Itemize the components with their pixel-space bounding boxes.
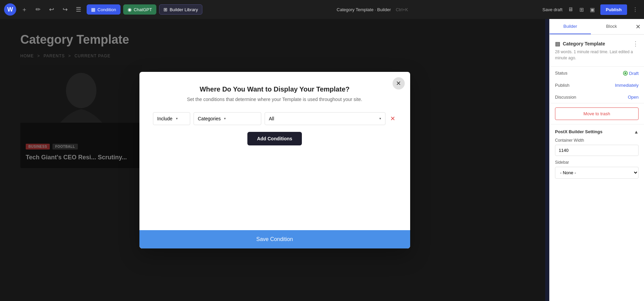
discussion-label: Discussion bbox=[555, 95, 576, 100]
template-name: Category Template bbox=[563, 41, 605, 46]
publish-label: Publish bbox=[555, 83, 570, 88]
modal-close-button[interactable]: ✕ bbox=[393, 77, 405, 89]
modal-title: Where Do You Want to Display Your Templa… bbox=[153, 85, 397, 93]
discussion-value[interactable]: Open bbox=[628, 95, 639, 100]
condition-icon: ▦ bbox=[91, 7, 95, 12]
main-area: Category Template HOME > PARENTS > CURRE… bbox=[0, 19, 644, 301]
edit-pencil-button[interactable]: ✏ bbox=[32, 4, 43, 15]
save-condition-button[interactable]: Save Condition bbox=[139, 230, 410, 248]
status-text: Draft bbox=[629, 71, 639, 76]
template-meta: 28 words. 1 minute read time. Last edite… bbox=[555, 49, 639, 61]
publish-button[interactable]: Publish bbox=[600, 4, 627, 15]
status-circle: Draft bbox=[623, 71, 639, 76]
move-to-trash-button[interactable]: Move to trash bbox=[555, 107, 639, 120]
publish-value[interactable]: Immediately bbox=[615, 83, 639, 88]
status-value: Draft bbox=[623, 70, 639, 76]
chatgpt-icon: ◉ bbox=[128, 7, 132, 12]
condition-pill[interactable]: ▦ Condition bbox=[87, 4, 120, 15]
template-doc-icon: ▤ bbox=[555, 41, 560, 47]
categories-chevron-icon: ▾ bbox=[224, 117, 226, 120]
add-block-button[interactable]: ＋ bbox=[19, 4, 30, 15]
add-conditions-button[interactable]: Add Conditions bbox=[247, 132, 302, 145]
status-label: Status bbox=[555, 71, 568, 76]
all-dropdown[interactable]: All ▾ bbox=[265, 112, 385, 125]
condition-row: Include ▾ Categories ▾ All ▾ ✕ bbox=[153, 112, 397, 125]
condition-modal: ✕ Where Do You Want to Display Your Temp… bbox=[139, 72, 410, 248]
include-dropdown[interactable]: Include ▾ bbox=[153, 112, 190, 125]
modal-body: Where Do You Want to Display Your Templa… bbox=[139, 72, 410, 230]
postx-collapse-button[interactable]: ▲ bbox=[634, 129, 639, 135]
more-options-button[interactable]: ⋮ bbox=[630, 5, 640, 14]
tab-block[interactable]: Block bbox=[591, 19, 632, 34]
postx-section-title: PostX Builder Settings bbox=[555, 129, 602, 134]
view-icons: 🖥 ⊞ ▣ bbox=[566, 5, 597, 14]
page-title-center: Category Template · Builder Ctrl+K bbox=[205, 7, 540, 12]
template-title-row: ▤ Category Template ⋮ bbox=[555, 40, 639, 47]
include-label: Include bbox=[157, 116, 173, 121]
save-draft-button[interactable]: Save draft bbox=[542, 7, 562, 12]
status-dot-inner bbox=[624, 72, 626, 74]
template-info-section: ▤ Category Template ⋮ 28 words. 1 minute… bbox=[550, 35, 644, 66]
right-sidebar: Builder Block ✕ ▤ Category Template ⋮ 28… bbox=[549, 19, 644, 301]
undo-button[interactable]: ↩ bbox=[46, 4, 57, 15]
add-conditions-container: Add Conditions bbox=[153, 132, 397, 145]
sidebar-select-label: Sidebar bbox=[550, 160, 644, 167]
list-view-button[interactable]: ☰ bbox=[73, 4, 84, 15]
tab-builder[interactable]: Builder bbox=[550, 19, 591, 34]
modal-spacer bbox=[153, 145, 397, 220]
delete-condition-button[interactable]: ✕ bbox=[389, 114, 397, 124]
divider-2 bbox=[550, 103, 644, 103]
modal-subtitle: Set the conditions that determine where … bbox=[153, 97, 397, 102]
wp-logo[interactable]: W bbox=[4, 3, 16, 16]
all-label: All bbox=[269, 116, 274, 121]
publish-field: Publish Immediately bbox=[550, 79, 644, 91]
modal-footer: Save Condition bbox=[139, 230, 410, 248]
categories-dropdown[interactable]: Categories ▾ bbox=[194, 112, 261, 125]
library-icon: ⊞ bbox=[163, 7, 168, 12]
template-more-button[interactable]: ⋮ bbox=[632, 40, 639, 47]
status-field: Status Draft bbox=[550, 67, 644, 79]
sidebar-select[interactable]: - None - bbox=[555, 167, 639, 179]
chatgpt-pill[interactable]: ◉ ChatGPT bbox=[123, 4, 156, 15]
include-chevron-icon: ▾ bbox=[176, 117, 178, 120]
discussion-field: Discussion Open bbox=[550, 91, 644, 103]
builder-library-pill[interactable]: ⊞ Builder Library bbox=[159, 4, 202, 15]
toolbar-right: Save draft 🖥 ⊞ ▣ Publish ⋮ bbox=[542, 4, 640, 15]
toolbar: W ＋ ✏ ↩ ↪ ☰ ▦ Condition ◉ ChatGPT ⊞ Buil… bbox=[0, 0, 644, 19]
container-width-input[interactable] bbox=[555, 145, 639, 156]
categories-label: Categories bbox=[198, 116, 221, 121]
multi-view-button[interactable]: ⊞ bbox=[577, 5, 586, 14]
postx-section-header: PostX Builder Settings ▲ bbox=[550, 124, 644, 138]
modal-overlay: ✕ Where Do You Want to Display Your Temp… bbox=[0, 19, 549, 301]
sidebar-toggle-button[interactable]: ▣ bbox=[587, 5, 597, 14]
status-dot bbox=[623, 71, 628, 76]
redo-button[interactable]: ↪ bbox=[60, 4, 70, 15]
desktop-view-button[interactable]: 🖥 bbox=[566, 5, 575, 14]
sidebar-tabs-row: Builder Block ✕ bbox=[550, 19, 644, 35]
container-width-label: Container Width bbox=[550, 138, 644, 145]
all-chevron-icon: ▾ bbox=[379, 117, 381, 120]
sidebar-close-button[interactable]: ✕ bbox=[632, 20, 644, 34]
